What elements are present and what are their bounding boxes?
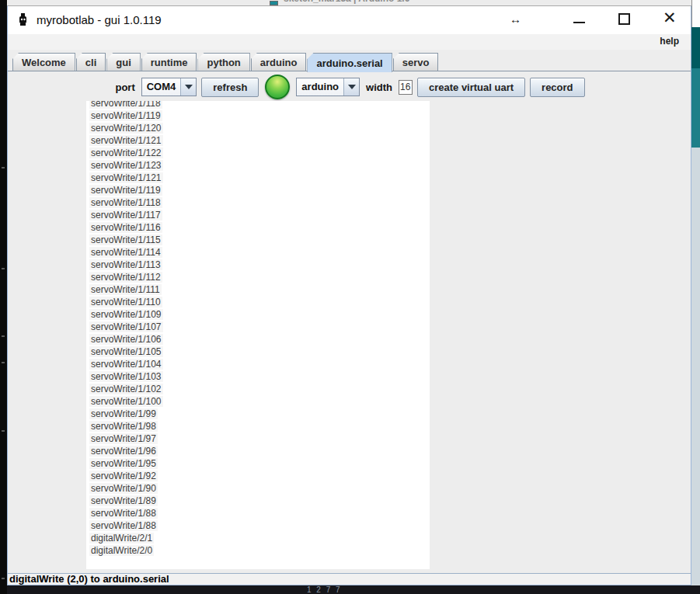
tab-welcome[interactable]: Welcome (12, 53, 75, 71)
tab-servo[interactable]: servo (393, 53, 439, 71)
port-label: port (113, 82, 136, 93)
list-item[interactable]: servoWrite/1/116 (89, 221, 430, 234)
port-value: COM4 (142, 78, 181, 96)
chevron-down-icon[interactable] (343, 78, 359, 96)
list-item[interactable]: digitalWrite/2/0 (89, 544, 430, 557)
list-item[interactable]: servoWrite/1/121 (89, 172, 430, 184)
desktop-left-strip (0, 0, 7, 594)
list-item[interactable]: servoWrite/1/96 (89, 445, 430, 457)
minimize-button[interactable] (573, 22, 585, 23)
list-item[interactable]: servoWrite/1/102 (89, 383, 430, 395)
list-item[interactable]: servoWrite/1/104 (89, 358, 430, 370)
background-window-titlebar: sketch_mar13a | Arduino 1.6 (7, 0, 691, 5)
list-item[interactable]: servoWrite/1/92 (89, 470, 430, 482)
resize-cursor-icon: ↔ (510, 12, 521, 26)
menu-bar: help (8, 34, 691, 50)
app-icon (18, 13, 28, 30)
list-item[interactable]: servoWrite/1/95 (89, 457, 430, 470)
desktop-artifact (2, 578, 5, 579)
desktop-artifact (2, 268, 5, 269)
list-item[interactable]: servoWrite/1/120 (89, 122, 430, 134)
connection-status-led (265, 75, 290, 99)
list-item[interactable]: servoWrite/1/110 (89, 296, 430, 308)
board-combobox[interactable]: arduino (296, 78, 360, 96)
background-window-title: sketch_mar13a | Arduino 1.6 (284, 0, 409, 4)
background-teal-dark (691, 27, 700, 68)
tab-bar: Welcome cli gui runtime python arduino a… (8, 50, 691, 71)
record-button[interactable]: record (530, 78, 584, 97)
list-item[interactable]: servoWrite/1/112 (89, 271, 430, 283)
list-item[interactable]: servoWrite/1/105 (89, 346, 430, 358)
list-item[interactable]: servoWrite/1/117 (89, 209, 430, 221)
close-button[interactable]: ✕ (663, 9, 677, 27)
list-item[interactable]: servoWrite/1/99 (89, 408, 430, 420)
list-item[interactable]: servoWrite/1/119 (89, 184, 430, 196)
port-combobox[interactable]: COM4 (141, 78, 197, 96)
list-item[interactable]: servoWrite/1/97 (89, 432, 430, 445)
list-item[interactable]: servoWrite/1/118 (89, 101, 430, 109)
desktop-artifact (2, 167, 5, 168)
status-message: digitalWrite (2,0) to arduino.serial (8, 574, 691, 585)
list-item[interactable]: servoWrite/1/100 (89, 395, 430, 408)
chevron-down-icon[interactable] (180, 78, 196, 96)
tab-arduino[interactable]: arduino (251, 53, 307, 71)
refresh-button[interactable]: refresh (201, 78, 259, 97)
width-label: width (364, 82, 394, 93)
list-item[interactable]: servoWrite/1/109 (89, 308, 430, 321)
list-item[interactable]: servoWrite/1/90 (89, 482, 430, 495)
menu-item-help[interactable]: help (660, 36, 679, 47)
list-item[interactable]: servoWrite/1/118 (89, 196, 430, 209)
create-virtual-uart-button[interactable]: create virtual uart (417, 78, 525, 97)
maximize-button[interactable] (618, 13, 630, 25)
list-item[interactable]: servoWrite/1/89 (89, 495, 430, 507)
arduino-serial-panel: port COM4 refresh arduino width create v… (8, 71, 691, 575)
width-input[interactable] (399, 80, 413, 95)
list-item[interactable]: servoWrite/1/88 (89, 519, 430, 532)
desktop-artifact (2, 335, 5, 337)
tab-cli[interactable]: cli (76, 53, 106, 71)
background-teal (691, 68, 700, 148)
desktop: sketch_mar13a | Arduino 1.6 1 2 7 7 myro… (0, 0, 700, 594)
desktop-artifact (2, 362, 5, 363)
list-item[interactable]: servoWrite/1/113 (89, 259, 430, 271)
tab-gui[interactable]: gui (106, 53, 141, 71)
window-title: myrobotlab - gui 1.0.119 (37, 13, 162, 26)
list-item[interactable]: servoWrite/1/123 (89, 159, 430, 172)
list-item[interactable]: servoWrite/1/106 (89, 333, 430, 346)
list-item[interactable]: servoWrite/1/107 (89, 321, 430, 333)
serial-toolbar: port COM4 refresh arduino width create v… (8, 76, 691, 98)
list-item[interactable]: servoWrite/1/121 (89, 134, 430, 147)
tab-runtime[interactable]: runtime (141, 53, 197, 71)
list-item[interactable]: servoWrite/1/122 (89, 147, 430, 159)
list-item[interactable]: servoWrite/1/111 (89, 283, 430, 296)
background-text-fragment: 1 2 7 7 (307, 585, 342, 594)
list-item[interactable]: servoWrite/1/114 (89, 246, 430, 259)
list-item[interactable]: digitalWrite/2/1 (89, 532, 430, 544)
list-item[interactable]: servoWrite/1/119 (89, 109, 430, 122)
myrobotlab-window: myrobotlab - gui 1.0.119 ↔ ✕ help Welcom… (7, 5, 691, 585)
serial-log-list[interactable]: servoWrite/1/118 servoWrite/1/119 servoW… (86, 101, 430, 569)
desktop-artifact (2, 430, 5, 432)
list-item[interactable]: servoWrite/1/98 (89, 420, 430, 432)
list-item[interactable]: servoWrite/1/103 (89, 370, 430, 383)
background-window-edge (691, 0, 700, 594)
list-item[interactable]: servoWrite/1/88 (89, 507, 430, 519)
status-bar: digitalWrite (2,0) to arduino.serial (8, 573, 691, 585)
background-window-bottom: 1 2 7 7 (7, 585, 700, 594)
titlebar[interactable]: myrobotlab - gui 1.0.119 ↔ ✕ (8, 6, 691, 34)
tab-arduino-serial[interactable]: arduino.serial (307, 53, 392, 72)
board-value: arduino (297, 78, 343, 96)
list-item[interactable]: servoWrite/1/115 (89, 234, 430, 246)
tab-python[interactable]: python (197, 53, 249, 71)
